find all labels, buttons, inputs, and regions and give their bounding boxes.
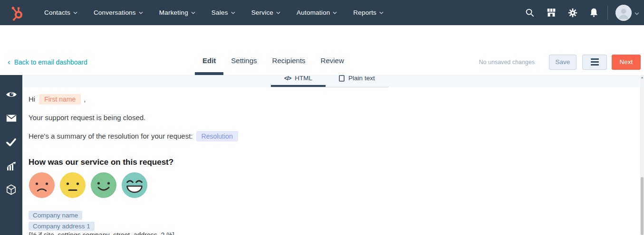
chevron-down-icon xyxy=(333,11,337,14)
greeting-suffix: , xyxy=(84,95,86,103)
checkmark-icon xyxy=(6,138,16,146)
footer-hubl-code: {% if site_settings.company_street_addre… xyxy=(29,231,174,235)
company-address-token[interactable]: Company address 1 xyxy=(29,222,95,231)
nav-item-label: Sales xyxy=(211,9,228,16)
subtab-html[interactable]: </> HTML xyxy=(271,75,326,87)
subtab-plain-text[interactable]: Plain text xyxy=(326,75,388,87)
preview-button[interactable] xyxy=(0,83,22,106)
email-details-button[interactable] xyxy=(0,106,22,130)
vertical-scrollbar[interactable]: ▲ xyxy=(640,75,644,235)
marketplace-icon xyxy=(547,8,556,17)
chevron-down-icon xyxy=(379,11,384,14)
nav-item-label: Reports xyxy=(353,9,376,16)
nav-item-sales[interactable]: Sales xyxy=(203,0,243,25)
search-button[interactable] xyxy=(519,0,540,25)
back-link-label: Back to email dashboard xyxy=(14,58,87,66)
scrollbar-thumb[interactable] xyxy=(641,177,644,235)
tab-label: Settings xyxy=(231,56,257,65)
editor-tabs: Edit Settings Recipients Review xyxy=(195,49,352,75)
company-name-token[interactable]: Company name xyxy=(29,211,82,220)
notifications-bell-icon xyxy=(589,8,598,18)
rating-very-happy-icon[interactable] xyxy=(121,172,148,198)
header-actions: No unsaved changes Save Next xyxy=(479,49,641,75)
hubspot-sprocket-icon xyxy=(9,5,24,21)
chevron-down-icon xyxy=(634,12,639,15)
avatar-silhouette-icon xyxy=(615,5,632,21)
chevron-down-icon xyxy=(191,11,195,14)
first-name-token[interactable]: First name xyxy=(39,94,81,104)
chevron-down-icon xyxy=(231,11,235,14)
avatar[interactable] xyxy=(615,5,632,21)
resolution-token[interactable]: Resolution xyxy=(196,131,238,141)
back-chevron-icon: ‹ xyxy=(8,58,10,66)
nav-item-label: Conversations xyxy=(94,9,136,16)
greeting-prefix: Hi xyxy=(29,95,35,103)
nav-item-automation[interactable]: Automation xyxy=(288,0,345,25)
nav-item-label: Service xyxy=(251,9,273,16)
nav-item-conversations[interactable]: Conversations xyxy=(86,0,151,25)
search-icon xyxy=(525,8,534,17)
company-name-token-row: Company name xyxy=(29,211,82,220)
subtab-label: Plain text xyxy=(348,75,375,82)
tab-edit[interactable]: Edit xyxy=(195,49,223,75)
modules-button[interactable] xyxy=(0,178,22,201)
notifications-button[interactable] xyxy=(583,0,605,25)
body-line-1: Your support request is being closed. xyxy=(29,113,145,122)
settings-button[interactable] xyxy=(562,0,583,25)
rating-sad-icon[interactable] xyxy=(29,172,55,198)
next-button[interactable]: Next xyxy=(612,55,641,70)
format-subtabs: </> HTML Plain text xyxy=(271,75,388,87)
editor-header: ‹ Back to email dashboard Edit Settings … xyxy=(0,49,644,75)
preview-eye-icon xyxy=(6,91,17,98)
greeting-line: HiFirst name, xyxy=(29,94,86,104)
modules-cube-icon xyxy=(6,184,16,195)
company-address-token-row: Company address 1 xyxy=(29,222,95,231)
tab-settings[interactable]: Settings xyxy=(223,49,264,75)
scroll-up-arrow-icon[interactable]: ▲ xyxy=(640,76,644,79)
back-to-dashboard-link[interactable]: ‹ Back to email dashboard xyxy=(8,49,87,75)
nav-item-reports[interactable]: Reports xyxy=(345,0,392,25)
chevron-down-icon xyxy=(276,11,280,14)
email-envelope-icon xyxy=(6,114,17,122)
hubspot-logo[interactable] xyxy=(9,5,25,21)
marketplace-button[interactable] xyxy=(540,0,562,25)
analytics-chart-icon xyxy=(6,161,17,170)
plain-text-doc-icon xyxy=(339,75,345,82)
survey-heading: How was our service on this request? xyxy=(29,158,173,167)
resolution-line-text: Here's a summary of the resolution for y… xyxy=(29,132,193,140)
performance-button[interactable] xyxy=(0,154,22,178)
nav-item-contacts[interactable]: Contacts xyxy=(36,0,86,25)
tab-label: Edit xyxy=(202,56,216,65)
tab-label: Recipients xyxy=(272,56,306,65)
tab-label: Review xyxy=(321,56,344,65)
chevron-down-icon xyxy=(73,11,77,14)
rating-emoji-row xyxy=(29,172,148,198)
unsaved-status: No unsaved changes xyxy=(479,59,535,66)
rating-happy-icon[interactable] xyxy=(90,172,117,198)
nav-item-service[interactable]: Service xyxy=(243,0,288,25)
chevron-down-icon xyxy=(139,11,143,14)
nav-item-label: Marketing xyxy=(159,9,188,16)
save-button[interactable]: Save xyxy=(549,55,577,70)
app-window: Contacts Conversations Marketing Sales S… xyxy=(0,0,644,235)
settings-gear-icon xyxy=(568,8,577,18)
hamburger-icon xyxy=(591,58,599,60)
tab-recipients[interactable]: Recipients xyxy=(265,49,313,75)
more-actions-button[interactable] xyxy=(582,55,607,70)
nav-divider xyxy=(607,6,608,20)
email-editor-canvas: </> HTML Plain text HiFirst name, Your s… xyxy=(22,75,640,235)
format-subtab-bar: </> HTML Plain text xyxy=(22,75,640,87)
top-navigation-bar: Contacts Conversations Marketing Sales S… xyxy=(0,0,644,25)
nav-item-label: Automation xyxy=(297,9,330,16)
code-icon: </> xyxy=(284,75,291,82)
account-menu-caret[interactable] xyxy=(634,9,639,17)
tab-review[interactable]: Review xyxy=(313,49,352,75)
nav-item-marketing[interactable]: Marketing xyxy=(151,0,203,25)
subtab-label: HTML xyxy=(295,75,312,82)
rating-neutral-icon[interactable] xyxy=(59,172,86,198)
optimize-button[interactable] xyxy=(0,130,22,154)
nav-utilities xyxy=(519,0,644,25)
editor-tool-sidebar xyxy=(0,75,22,235)
nav-item-label: Contacts xyxy=(44,9,70,16)
primary-nav-menu: Contacts Conversations Marketing Sales S… xyxy=(36,0,392,25)
